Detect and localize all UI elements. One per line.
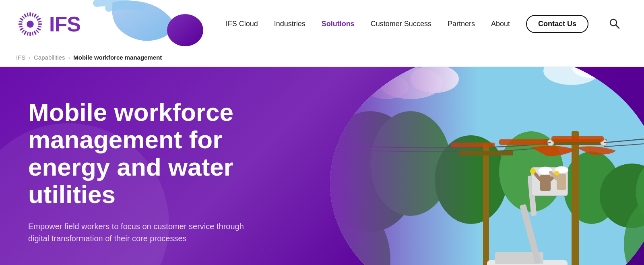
svg-line-20 xyxy=(19,26,22,27)
svg-line-22 xyxy=(22,16,24,18)
search-icon[interactable] xyxy=(609,18,620,31)
nav-solutions[interactable]: Solutions xyxy=(322,20,355,28)
svg-line-19 xyxy=(22,30,24,32)
svg-line-11 xyxy=(25,14,26,17)
svg-line-18 xyxy=(27,32,28,35)
logo-decoration xyxy=(89,0,209,44)
svg-line-13 xyxy=(36,16,38,18)
svg-line-7 xyxy=(25,31,26,34)
svg-line-5 xyxy=(35,31,36,34)
contact-us-button[interactable]: Contact Us xyxy=(526,15,588,33)
hero-content: Mobile workforce management for energy a… xyxy=(0,75,314,265)
svg-line-16 xyxy=(36,30,38,32)
svg-line-4 xyxy=(37,28,40,30)
logo-text: IFS xyxy=(49,12,80,36)
svg-line-2 xyxy=(37,19,40,20)
nav-customer-success[interactable]: Customer Success xyxy=(371,20,431,28)
nav-industries[interactable]: Industries xyxy=(274,20,305,28)
ifs-logo-icon[interactable] xyxy=(16,10,44,38)
nav-partners[interactable]: Partners xyxy=(448,20,475,28)
breadcrumb-current: Mobile workforce management xyxy=(73,54,162,61)
breadcrumb: IFS › Capabilities › Mobile workforce ma… xyxy=(0,48,644,67)
nav-ifs-cloud[interactable]: IFS Cloud xyxy=(226,20,258,28)
site-header: IFS IFS Cloud Industries Solutions Custo… xyxy=(0,0,644,48)
svg-point-25 xyxy=(167,14,203,46)
svg-line-15 xyxy=(38,26,41,27)
hero-image-area xyxy=(298,67,644,265)
svg-line-23 xyxy=(27,13,28,16)
svg-line-21 xyxy=(19,21,22,22)
breadcrumb-capabilities[interactable]: Capabilities xyxy=(34,54,65,61)
hero-title: Mobile workforce management for energy a… xyxy=(28,99,290,209)
main-nav: IFS Cloud Industries Solutions Customer … xyxy=(225,15,628,33)
hero-image xyxy=(330,67,644,265)
svg-line-10 xyxy=(21,19,23,20)
svg-rect-70 xyxy=(330,67,644,265)
svg-line-1 xyxy=(35,14,36,17)
hero-image-circle xyxy=(330,67,644,265)
breadcrumb-sep-1: › xyxy=(29,54,31,61)
svg-line-14 xyxy=(38,21,41,22)
svg-point-24 xyxy=(27,21,34,28)
breadcrumb-ifs[interactable]: IFS xyxy=(16,54,25,61)
hero-subtitle: Empower field workers to focus on custom… xyxy=(28,220,262,244)
svg-line-17 xyxy=(32,32,33,35)
svg-line-8 xyxy=(21,28,23,30)
breadcrumb-sep-2: › xyxy=(68,54,70,61)
hero-section: Mobile workforce management for energy a… xyxy=(0,67,644,265)
svg-line-27 xyxy=(616,25,619,28)
svg-line-12 xyxy=(32,13,33,16)
nav-about[interactable]: About xyxy=(491,20,510,28)
